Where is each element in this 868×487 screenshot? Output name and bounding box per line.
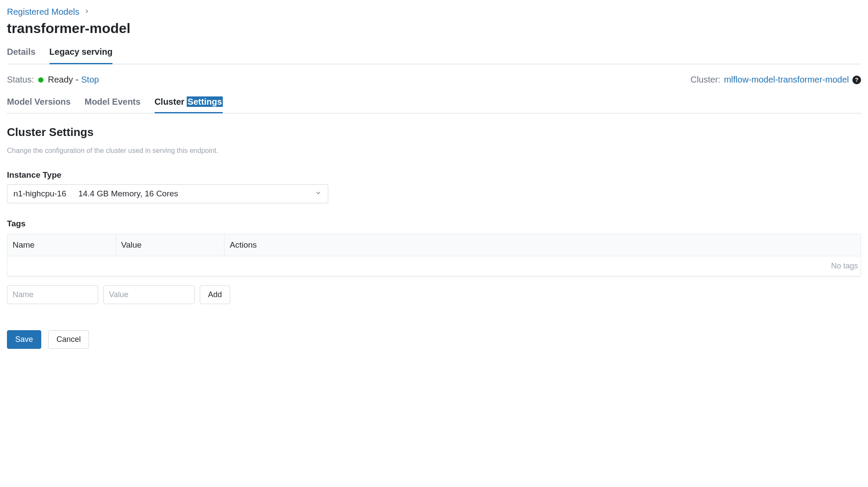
cluster-section: Cluster: mlflow-model-transformer-model …: [690, 75, 861, 85]
tag-value-input[interactable]: [103, 285, 195, 304]
action-buttons: Save Cancel: [7, 330, 861, 349]
status-section: Status: Ready - Stop: [7, 75, 99, 85]
add-tag-row: Add: [7, 285, 861, 304]
tabs-top: Details Legacy serving: [7, 47, 861, 64]
page-title: transformer-model: [7, 20, 861, 36]
status-cluster-row: Status: Ready - Stop Cluster: mlflow-mod…: [7, 75, 861, 85]
chevron-down-icon: [315, 189, 322, 199]
chevron-right-icon: [84, 7, 90, 17]
status-label: Status:: [7, 75, 34, 85]
tag-name-input[interactable]: [7, 285, 98, 304]
instance-type-name: n1-highcpu-16: [13, 189, 66, 199]
breadcrumb: Registered Models: [7, 7, 861, 17]
save-button[interactable]: Save: [7, 330, 41, 349]
tags-table-header: Name Value Actions: [7, 234, 861, 256]
tab-model-events[interactable]: Model Events: [85, 97, 141, 113]
instance-type-description: 14.4 GB Memory, 16 Cores: [78, 189, 178, 199]
tags-col-value: Value: [116, 234, 224, 256]
tags-col-name: Name: [7, 234, 116, 256]
cluster-label: Cluster:: [690, 75, 720, 85]
tags-table: Name Value Actions No tags: [7, 234, 861, 277]
status-ready-indicator-icon: [38, 77, 43, 83]
instance-type-label: Instance Type: [7, 170, 861, 180]
breadcrumb-registered-models-link[interactable]: Registered Models: [7, 7, 79, 17]
stop-link[interactable]: Stop: [81, 75, 99, 85]
section-description: Change the configuration of the cluster …: [7, 147, 861, 155]
cluster-link[interactable]: mlflow-model-transformer-model: [724, 75, 849, 85]
cancel-button[interactable]: Cancel: [48, 330, 89, 349]
help-icon[interactable]: ?: [852, 76, 861, 84]
add-tag-button[interactable]: Add: [200, 285, 230, 304]
tab-legacy-serving[interactable]: Legacy serving: [50, 47, 113, 64]
instance-type-select[interactable]: n1-highcpu-16 14.4 GB Memory, 16 Cores: [7, 184, 328, 203]
tab-model-versions[interactable]: Model Versions: [7, 97, 71, 113]
tags-label: Tags: [7, 219, 861, 229]
tab-cluster-settings[interactable]: Cluster Settings: [155, 97, 223, 113]
status-value: Ready: [48, 75, 73, 85]
tabs-sub: Model Versions Model Events Cluster Sett…: [7, 97, 861, 113]
tags-col-actions: Actions: [224, 234, 861, 256]
status-separator: -: [76, 75, 79, 85]
tab-details[interactable]: Details: [7, 47, 36, 64]
section-title: Cluster Settings: [7, 126, 861, 139]
tags-empty-message: No tags: [7, 256, 861, 276]
